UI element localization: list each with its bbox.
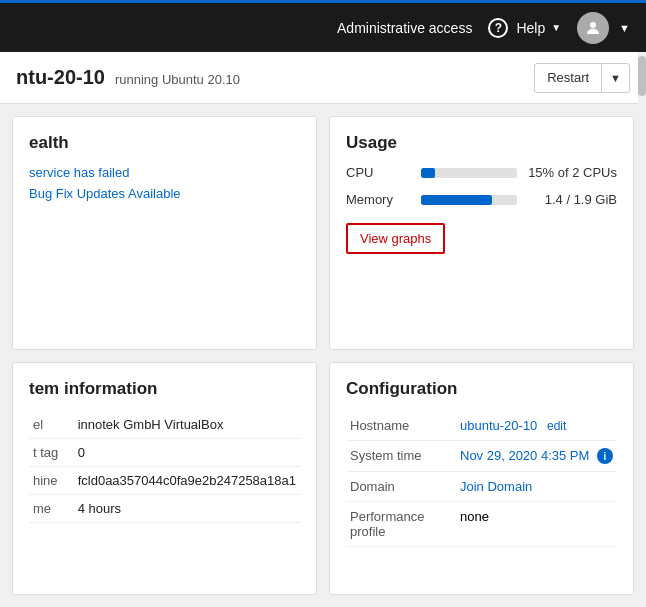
admin-access-label: Administrative access [337,20,472,36]
config-label-hostname: Hostname [346,411,456,441]
page-wrapper: Administrative access ? Help ▼ ▼ ntu-20-… [0,0,646,607]
table-row: hine fcld0aa357044c0fa9e2b247258a18a1 [29,466,300,494]
system-time-link[interactable]: Nov 29, 2020 4:35 PM [460,448,589,463]
hostname-edit-link[interactable]: edit [547,419,566,433]
host-name: ntu-20-10 [16,66,105,89]
health-link-updates[interactable]: Bug Fix Updates Available [29,186,300,201]
health-link-failed[interactable]: service has failed [29,165,300,180]
sysinfo-value-2: fcld0aa357044c0fa9e2b247258a18a1 [74,466,300,494]
help-label: Help [516,20,545,36]
sysinfo-label-0: el [29,411,74,439]
main-content: ealth service has failed Bug Fix Updates… [0,104,646,607]
config-card: Configuration Hostname ubuntu-20-10 edit… [329,362,634,596]
table-row: Performance profile none [346,502,617,547]
sysinfo-value-3: 4 hours [74,494,300,522]
cpu-row: CPU 15% of 2 CPUs [346,165,617,180]
cpu-value: 15% of 2 CPUs [527,165,617,180]
join-domain-link[interactable]: Join Domain [460,479,532,494]
memory-progress-bar [421,195,517,205]
config-table: Hostname ubuntu-20-10 edit System time N… [346,411,617,548]
host-status: running Ubuntu 20.10 [115,72,240,87]
user-chevron-icon[interactable]: ▼ [619,22,630,34]
sysinfo-table: el innotek GmbH VirtualBox t tag 0 hine … [29,411,300,523]
restart-dropdown-icon[interactable]: ▼ [602,64,629,92]
table-row: Hostname ubuntu-20-10 edit [346,411,617,441]
memory-label: Memory [346,192,411,207]
top-bar-right: Administrative access ? Help ▼ ▼ [337,12,630,44]
memory-value: 1.4 / 1.9 GiB [527,192,617,207]
cpu-label: CPU [346,165,411,180]
host-bar: ntu-20-10 running Ubuntu 20.10 Restart ▼ [0,52,646,104]
svg-point-0 [590,22,596,28]
top-bar: Administrative access ? Help ▼ ▼ [0,0,646,52]
cpu-progress-bar [421,168,517,178]
config-label-perf: Performance profile [346,502,456,547]
sysinfo-title: tem information [29,379,300,399]
sysinfo-label-1: t tag [29,438,74,466]
right-column: Usage CPU 15% of 2 CPUs Memory 1.4 / 1.9… [329,116,634,595]
restart-label[interactable]: Restart [535,64,602,92]
table-row: me 4 hours [29,494,300,522]
table-row: t tag 0 [29,438,300,466]
cpu-progress-fill [421,168,435,178]
host-info: ntu-20-10 running Ubuntu 20.10 [16,66,240,89]
table-row: Domain Join Domain [346,472,617,502]
left-column: ealth service has failed Bug Fix Updates… [12,116,317,595]
help-button[interactable]: ? Help ▼ [488,18,561,38]
config-value-perf: none [456,502,617,547]
sysinfo-card: tem information el innotek GmbH VirtualB… [12,362,317,596]
sysinfo-label-2: hine [29,466,74,494]
memory-row: Memory 1.4 / 1.9 GiB [346,192,617,207]
config-value-time: Nov 29, 2020 4:35 PM i [456,440,617,472]
view-graphs-button[interactable]: View graphs [346,223,445,254]
memory-progress-fill [421,195,492,205]
table-row: el innotek GmbH VirtualBox [29,411,300,439]
usage-title: Usage [346,133,617,153]
config-label-domain: Domain [346,472,456,502]
config-value-hostname: ubuntu-20-10 edit [456,411,617,441]
system-time-info-icon: i [597,448,613,464]
usage-card: Usage CPU 15% of 2 CPUs Memory 1.4 / 1.9… [329,116,634,350]
hostname-link[interactable]: ubuntu-20-10 [460,418,537,433]
user-icon [584,19,602,37]
sysinfo-label-3: me [29,494,74,522]
scrollbar-track[interactable] [638,52,646,607]
sysinfo-value-0: innotek GmbH VirtualBox [74,411,300,439]
help-chevron-icon: ▼ [551,22,561,33]
user-avatar[interactable] [577,12,609,44]
help-icon: ? [488,18,508,38]
health-title: ealth [29,133,300,153]
config-value-domain: Join Domain [456,472,617,502]
table-row: System time Nov 29, 2020 4:35 PM i [346,440,617,472]
scrollbar-thumb[interactable] [638,56,646,96]
config-title: Configuration [346,379,617,399]
restart-button-group[interactable]: Restart ▼ [534,63,630,93]
sysinfo-value-1: 0 [74,438,300,466]
config-label-time: System time [346,440,456,472]
health-card: ealth service has failed Bug Fix Updates… [12,116,317,350]
